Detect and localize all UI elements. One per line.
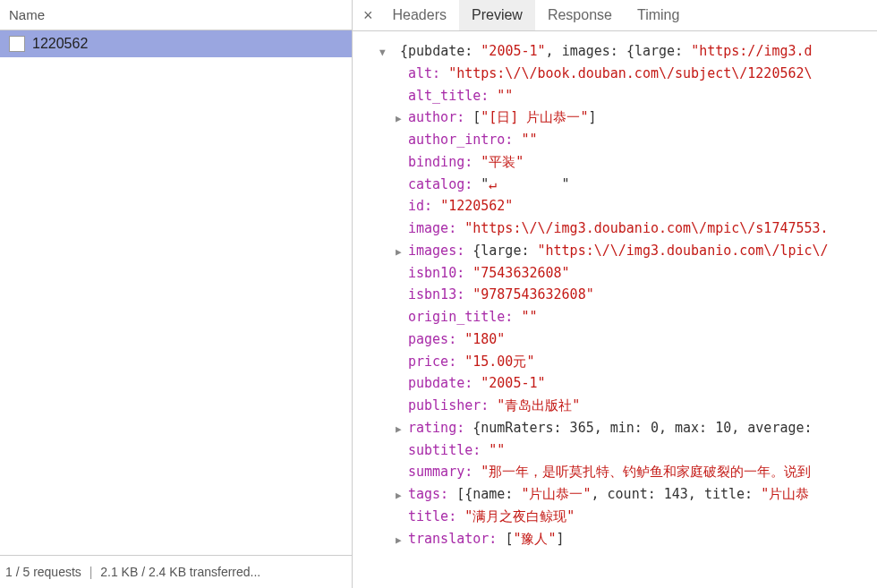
json-field-pubdate[interactable]: pubdate: "2005-1" [353,372,877,395]
close-icon[interactable]: × [356,3,380,29]
json-field-summary[interactable]: summary: "那一年，是听莫扎特、钓鲈鱼和家庭破裂的一年。说到 [353,461,877,483]
tab-response[interactable]: Response [535,0,625,30]
request-count: 1 / 5 requests [5,565,81,579]
json-field-image[interactable]: image: "https:\/\/img3.doubanio.com\/mpi… [353,217,877,240]
expand-arrow-right-icon[interactable]: ▶ [396,488,408,504]
request-name: 1220562 [32,36,88,52]
json-field-author[interactable]: ▶author: ["[日] 片山恭一"] [353,107,877,129]
json-field-images[interactable]: ▶images: {large: "https:\/\/img3.doubani… [353,240,877,262]
request-row[interactable]: 1220562 [0,30,352,57]
tab-timing[interactable]: Timing [625,0,692,30]
expand-arrow-right-icon[interactable]: ▶ [396,422,408,438]
json-field-tags[interactable]: ▶tags: [{name: "片山恭一", count: 143, title… [353,483,877,506]
json-field-translator[interactable]: ▶translator: ["豫人"] [353,528,877,550]
json-field-price[interactable]: price: "15.00元" [353,351,877,373]
preview-body[interactable]: ▼ {pubdate: "2005-1", images: {large: "h… [353,31,877,588]
json-field-pages[interactable]: pages: "180" [353,328,877,351]
transferred-size: 2.1 KB / 2.4 KB transferred... [100,565,260,579]
file-icon [9,36,25,52]
tab-bar: × Headers Preview Response Timing [353,0,877,31]
json-field-author-intro[interactable]: author_intro: "" [353,129,877,151]
json-field-isbn10[interactable]: isbn10: "7543632608" [353,262,877,285]
tab-preview[interactable]: Preview [459,0,535,30]
json-field-subtitle[interactable]: subtitle: "" [353,439,877,462]
separator: | [89,565,93,579]
tab-headers[interactable]: Headers [380,0,459,30]
json-field-title[interactable]: title: "满月之夜白鲸现" [353,506,877,528]
json-field-origin-title[interactable]: origin_title: "" [353,306,877,328]
json-field-catalog[interactable]: catalog: "↵ " [353,174,877,196]
status-bar: 1 / 5 requests | 2.1 KB / 2.4 KB transfe… [0,555,352,588]
json-field-id[interactable]: id: "1220562" [353,195,877,217]
json-root[interactable]: ▼ {pubdate: "2005-1", images: {large: "h… [353,40,877,63]
request-list: 1220562 [0,30,352,555]
expand-arrow-right-icon[interactable]: ▶ [396,533,408,549]
json-field-publisher[interactable]: publisher: "青岛出版社" [353,395,877,417]
name-column-header[interactable]: Name [0,0,352,30]
details-panel: × Headers Preview Response Timing ▼ {pub… [353,0,877,588]
request-list-panel: Name 1220562 1 / 5 requests | 2.1 KB / 2… [0,0,353,588]
json-field-alt[interactable]: alt: "https:\/\/book.douban.com\/subject… [353,63,877,85]
json-field-isbn13[interactable]: isbn13: "9787543632608" [353,284,877,306]
expand-arrow-right-icon[interactable]: ▶ [396,244,408,260]
json-field-alt-title[interactable]: alt_title: "" [353,85,877,107]
expand-arrow-down-icon[interactable]: ▼ [379,45,392,61]
json-field-binding[interactable]: binding: "平装" [353,151,877,174]
json-field-rating[interactable]: ▶rating: {numRaters: 365, min: 0, max: 1… [353,417,877,439]
expand-arrow-right-icon[interactable]: ▶ [396,111,408,127]
